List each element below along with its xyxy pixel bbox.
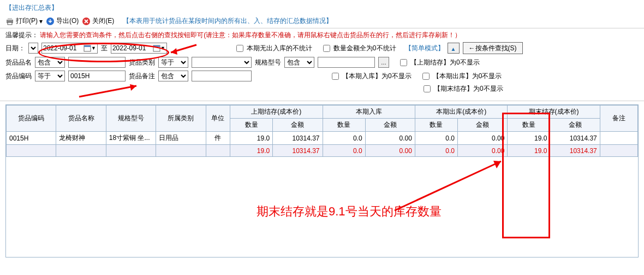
no-inout-label: 本期无出入库的不统计 [247, 44, 312, 53]
page-title: 【进出存汇总表】 [0, 0, 644, 14]
name-op-select[interactable]: 包含 [35, 57, 65, 68]
export-button[interactable]: 导出(O) [46, 16, 79, 26]
remark-op-select[interactable]: 包含 [158, 71, 188, 81]
data-grid[interactable]: 货品编码 货品名称 规格型号 所属类别 单位 上期结存(成本价) 本期入库 本期… [5, 104, 639, 258]
toolbar-description: 【本表用于统计货品在某段时间内的所有出、入、结存的汇总数据情况】 [123, 16, 332, 26]
total-in-amt: 0.00 [365, 145, 415, 157]
svg-rect-6 [84, 45, 91, 47]
col-end-qty[interactable]: 数量 [508, 119, 550, 132]
spec-input[interactable] [318, 57, 375, 68]
date-separator: 至 [101, 44, 108, 53]
cell-out-amt: 0.00 [457, 132, 507, 145]
col-end-amt[interactable]: 金额 [550, 119, 600, 132]
total-out-qty: 0.0 [415, 145, 457, 157]
col-name[interactable]: 货品名称 [56, 106, 106, 132]
col-remark[interactable]: 备注 [600, 106, 637, 132]
date-to-field[interactable]: ▼ [111, 43, 167, 54]
spec-lookup-button[interactable]: … [378, 57, 389, 68]
prev-zero-label: 【上期结存】为0不显示 [410, 58, 480, 67]
col-in[interactable]: 本期入库 [323, 106, 415, 119]
end-zero-label: 【期末结存】为0不显示 [434, 84, 503, 93]
zero-label: 数量金额全为0不统计 [333, 44, 396, 53]
name-input[interactable] [68, 57, 126, 68]
table-row[interactable]: 0015H 龙椅财神 18寸紫铜 坐... 日用品 件 19.0 10314.3… [7, 132, 638, 145]
code-input[interactable] [68, 71, 126, 81]
close-button[interactable]: 关闭(E) [82, 16, 114, 26]
cat-value-select[interactable] [192, 57, 252, 68]
dropdown-arrow-icon: ▾ [39, 17, 43, 25]
hint-text: 请输入您需要的查询条件，然后点击右侧的查找按钮即可(请注意：如果库存数量不准确，… [40, 31, 461, 39]
total-row[interactable]: 19.0 10314.37 0.0 0.00 0.0 0.00 19.0 103… [7, 145, 638, 157]
cell-in-amt: 0.00 [365, 132, 415, 145]
col-end[interactable]: 期末结存(成本价) [508, 106, 600, 119]
prev-zero-checkbox[interactable] [400, 59, 407, 66]
total-end-amt: 10314.37 [550, 145, 600, 157]
no-inout-checkbox[interactable] [236, 45, 243, 52]
cell-end-amt: 10314.37 [550, 132, 600, 145]
cell-code: 0015H [7, 132, 56, 145]
end-zero-checkbox[interactable] [424, 85, 431, 92]
col-in-amt[interactable]: 金额 [365, 119, 415, 132]
zero-checkbox[interactable] [323, 45, 330, 52]
cell-name: 龙椅财神 [56, 132, 106, 145]
remark-input[interactable] [192, 71, 252, 81]
cell-prev-qty: 19.0 [230, 132, 273, 145]
code-label: 货品编码 [5, 72, 32, 81]
arrow-up-icon: ▲ [451, 46, 456, 52]
code-op-select[interactable]: 等于 [35, 71, 65, 81]
toolbar: 打印(P) ▾ 导出(O) 关闭(E) 【本表用于统计货品在某段时间内的所有出、… [0, 14, 644, 28]
close-icon [82, 17, 91, 26]
cell-unit: 件 [206, 132, 230, 145]
cell-cat: 日用品 [156, 132, 206, 145]
col-code[interactable]: 货品编码 [7, 106, 56, 132]
cat-op-select[interactable]: 等于 [158, 57, 188, 68]
spec-label: 规格型号 [255, 58, 281, 67]
col-unit[interactable]: 单位 [206, 106, 230, 132]
search-button[interactable]: ←按条件查找(S) [463, 42, 523, 54]
date-to-input[interactable] [112, 44, 152, 52]
svg-rect-1 [8, 18, 12, 20]
calendar-icon [84, 44, 91, 52]
calendar-icon [153, 44, 160, 52]
filter-panel: 日期： ▼ 至 ▼ 本期无出入库的不统计 数量金额全为0不统计 【简单模式】 ▲… [0, 41, 644, 101]
in-zero-label: 【本期入库】为0不显示 [342, 72, 412, 81]
hint-label: 温馨提示： [5, 31, 38, 39]
col-in-qty[interactable]: 数量 [323, 119, 365, 132]
date-mode-select[interactable] [28, 43, 38, 54]
prev-button[interactable]: ▲ [448, 43, 460, 54]
cat-label: 货品类别 [129, 58, 155, 67]
cell-prev-amt: 10314.37 [273, 132, 323, 145]
col-out-amt[interactable]: 金额 [457, 119, 507, 132]
print-button[interactable]: 打印(P) ▾ [5, 16, 43, 26]
in-zero-checkbox[interactable] [332, 73, 339, 80]
total-out-amt: 0.00 [457, 145, 507, 157]
col-spec[interactable]: 规格型号 [106, 106, 156, 132]
print-label: 打印(P) [16, 16, 38, 26]
remark-label: 货品备注 [129, 72, 155, 81]
total-in-qty: 0.0 [323, 145, 365, 157]
printer-icon [5, 17, 14, 26]
col-out-qty[interactable]: 数量 [415, 119, 457, 132]
cell-in-qty: 0.0 [323, 132, 365, 145]
date-label: 日期： [5, 44, 25, 53]
total-prev-amt: 10314.37 [273, 145, 323, 157]
col-out[interactable]: 本期出库(成本价) [415, 106, 507, 119]
cell-remark [600, 132, 637, 145]
col-prev[interactable]: 上期结存(成本价) [230, 106, 323, 119]
date-from-input[interactable] [43, 44, 82, 52]
out-zero-checkbox[interactable] [422, 73, 430, 80]
total-end-qty: 19.0 [508, 145, 550, 157]
col-prev-amt[interactable]: 金额 [273, 119, 323, 132]
simple-mode-link[interactable]: 【简单模式】 [405, 44, 444, 53]
total-prev-qty: 19.0 [230, 145, 273, 157]
date-from-field[interactable]: ▼ [41, 43, 98, 54]
hint-row: 温馨提示： 请输入您需要的查询条件，然后点击右侧的查找按钮即可(请注意：如果库存… [0, 28, 644, 41]
spec-op-select[interactable]: 包含 [284, 57, 314, 68]
svg-rect-2 [8, 22, 12, 25]
col-prev-qty[interactable]: 数量 [230, 119, 273, 132]
svg-rect-8 [153, 45, 160, 47]
out-zero-label: 【本期出库】为0不显示 [433, 72, 502, 81]
col-cat[interactable]: 所属类别 [156, 106, 206, 132]
cell-spec: 18寸紫铜 坐... [106, 132, 156, 145]
dropdown-arrow-icon: ▼ [91, 45, 96, 51]
